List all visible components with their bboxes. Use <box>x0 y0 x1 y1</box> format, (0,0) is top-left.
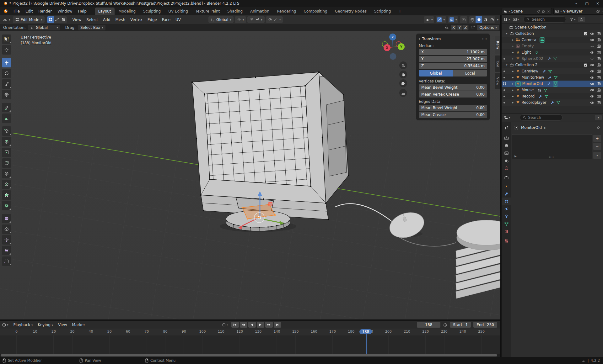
local-toggle[interactable]: Local <box>453 70 487 76</box>
chevron-right-icon[interactable]: ▸ <box>512 95 514 98</box>
global-toggle[interactable]: Global <box>419 70 453 76</box>
camera-visibility-icon[interactable] <box>597 38 601 42</box>
eye-icon[interactable] <box>590 75 595 80</box>
minimize-button[interactable]: – <box>571 0 582 7</box>
workspace-tab[interactable]: Animation <box>247 8 273 15</box>
outliner-row-collection2[interactable]: ▾ Collection 2 <box>502 62 603 68</box>
chevron-right-icon[interactable]: ▸ <box>512 57 514 60</box>
close-button[interactable]: × <box>592 0 603 7</box>
timeline-track[interactable] <box>0 335 500 354</box>
camera-visibility-icon[interactable] <box>597 94 601 98</box>
view-menu[interactable]: View <box>56 321 69 328</box>
sidebar-tab-tool[interactable]: Tool <box>495 55 500 72</box>
panel-grip-icon[interactable]: :::: <box>482 37 487 40</box>
viewport-menu[interactable]: Face <box>159 16 173 23</box>
outliner-row-empty[interactable]: ▸ Empty <box>502 43 603 49</box>
next-keyframe-button[interactable] <box>265 322 273 328</box>
show-hide-dropdown[interactable]: ▾ <box>424 16 434 23</box>
properties-search-input[interactable]: Search <box>520 114 563 121</box>
tool-smooth[interactable] <box>2 214 11 223</box>
camera-visibility-icon[interactable] <box>597 56 601 61</box>
camera-visibility-icon[interactable] <box>597 75 601 80</box>
workspace-tab[interactable]: Shading <box>224 8 246 15</box>
tab-physics[interactable] <box>502 205 511 213</box>
recordplayer-object[interactable] <box>456 220 500 298</box>
tab-object[interactable] <box>502 182 511 190</box>
transform-orientation-dropdown[interactable]: Global▾ <box>208 16 234 23</box>
modifier-wrench-icon[interactable] <box>550 101 554 105</box>
camera-visibility-icon[interactable] <box>597 50 601 55</box>
eye-icon[interactable] <box>590 63 595 67</box>
workspace-tab[interactable]: UV Editing <box>165 8 191 15</box>
modifier-wrench-icon[interactable] <box>548 76 552 80</box>
snap-group[interactable]: ▾ <box>247 16 265 23</box>
eye-icon[interactable] <box>590 31 595 36</box>
checkbox-icon[interactable] <box>584 63 588 67</box>
mean-vertex-crease-field[interactable]: Mean Vertex Crease0.00 <box>419 91 487 98</box>
remove-particle-system-button[interactable]: − <box>593 143 601 150</box>
tool-orientation-dropdown[interactable]: Global▾ <box>28 25 60 30</box>
shading-dropdown[interactable]: ▾ <box>497 18 498 21</box>
options-dropdown[interactable]: Options▾ <box>477 25 499 30</box>
mirror-x-button[interactable]: X <box>451 25 457 30</box>
outliner-row-mouse[interactable]: ▸ Mouse <box>502 87 603 93</box>
proportional-editing-group[interactable]: ▾ <box>266 16 283 23</box>
play-button[interactable] <box>257 322 264 328</box>
topbar-menu[interactable]: File <box>11 8 23 15</box>
edge-select-mode-button[interactable] <box>54 16 60 23</box>
tool-edge-slide[interactable] <box>2 224 11 234</box>
new-viewlayer-icon[interactable] <box>596 9 600 13</box>
tab-texture[interactable] <box>502 237 511 245</box>
tab-particles[interactable] <box>502 198 511 205</box>
chevron-right-icon[interactable]: ▸ <box>512 76 514 79</box>
tab-render[interactable] <box>502 134 511 142</box>
stopwatch-icon[interactable] <box>443 323 447 327</box>
mean-bevel-weight-field[interactable]: Mean Bevel Weight0.00 <box>419 84 487 91</box>
workspace-tab[interactable]: Layout <box>95 8 115 15</box>
tool-rip-region[interactable] <box>2 256 11 266</box>
modifier-wrench-icon[interactable] <box>547 82 551 86</box>
modifier-stack-icon[interactable] <box>537 88 541 92</box>
tab-material[interactable] <box>502 228 511 235</box>
tab-output[interactable] <box>502 142 511 149</box>
workspace-tab[interactable]: Sculpting <box>140 8 164 15</box>
tab-modifiers[interactable] <box>502 190 511 198</box>
mirror-icon[interactable] <box>444 25 449 30</box>
zoom-button[interactable] <box>399 61 407 69</box>
topbar-menu[interactable]: Edit <box>23 8 35 15</box>
median-x-field[interactable]: X1.1002 m <box>419 49 487 55</box>
tab-object-data[interactable] <box>502 220 511 228</box>
tool-shear[interactable] <box>2 246 11 255</box>
eye-closed-icon[interactable] <box>590 44 595 49</box>
chevron-right-icon[interactable]: ▸ <box>512 51 514 54</box>
outliner-row-camera[interactable]: ▸ Camera <box>502 37 603 43</box>
chevron-down-icon[interactable]: ▾ <box>506 32 508 35</box>
sidebar-tab-item[interactable]: Item <box>495 36 500 54</box>
jump-to-start-button[interactable] <box>231 322 239 328</box>
pin-icon[interactable] <box>596 125 600 130</box>
add-particle-system-button[interactable]: + <box>593 135 601 142</box>
auto-key-toggle[interactable]: ▾ <box>222 323 228 327</box>
playback-menu[interactable]: Playback ▾ <box>11 321 35 328</box>
topbar-menu[interactable]: Render <box>35 8 55 15</box>
chevron-right-icon[interactable]: ▸ <box>512 82 514 85</box>
camera-visibility-icon[interactable] <box>597 100 601 105</box>
drag-dropdown[interactable]: Select Box▾ <box>78 25 105 30</box>
tool-add-cube[interactable] <box>2 126 11 136</box>
viewport-menu[interactable]: Mesh <box>113 16 128 23</box>
tool-select-box[interactable] <box>2 34 11 44</box>
tab-world[interactable] <box>502 164 511 172</box>
eye-icon[interactable] <box>590 100 595 105</box>
light-data-icon[interactable] <box>535 50 539 55</box>
chevron-right-icon[interactable]: ▸ <box>512 45 514 48</box>
editor-type-dropdown[interactable]: ▾ <box>0 16 12 23</box>
scrollbar-thumb[interactable] <box>1 354 497 356</box>
workspace-tab[interactable]: Geometry Nodes <box>331 8 370 15</box>
modifier-wrench-icon[interactable] <box>542 69 546 73</box>
gizmos-dropdown[interactable]: ▾ <box>436 16 446 23</box>
vertex-select-mode-button[interactable] <box>47 16 54 23</box>
start-frame-field[interactable]: Start1 <box>450 322 471 328</box>
eye-icon[interactable] <box>590 50 595 55</box>
tool-bevel[interactable] <box>2 158 11 168</box>
viewport-menu[interactable]: UV <box>173 16 183 23</box>
